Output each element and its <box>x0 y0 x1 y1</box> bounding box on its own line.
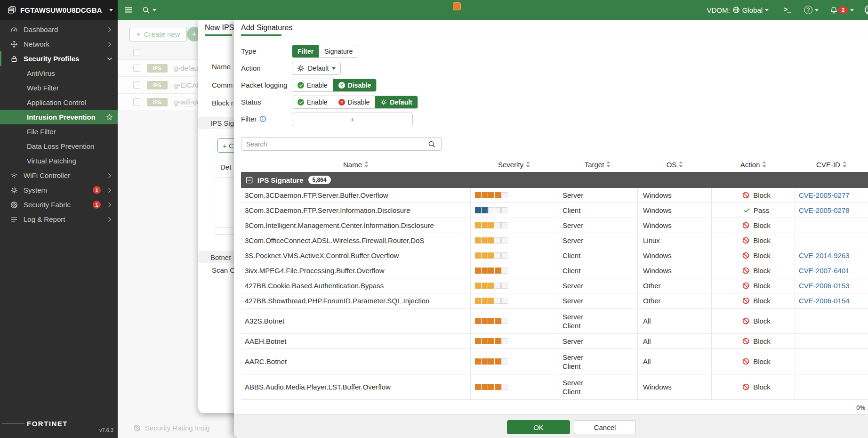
signature-name: 3Com.3CDaemon.FTP.Server.Information.Dis… <box>245 206 470 214</box>
hostname-label: FGTAWSUW0U8DCGBA <box>20 6 105 14</box>
table-row[interactable]: ABBS.Audio.Media.Player.LST.Buffer.Overf… <box>241 374 868 400</box>
column-header-cveid[interactable]: CVE-ID <box>795 161 868 169</box>
search-button[interactable] <box>422 137 442 151</box>
target-value: Client <box>563 266 637 275</box>
packet-logging-option-enable[interactable]: Enable <box>292 79 333 91</box>
sidebar-item-security-fabric[interactable]: Security Fabric1 <box>0 197 118 212</box>
info-icon[interactable] <box>259 115 266 122</box>
status-option-default[interactable]: Default <box>375 96 417 108</box>
chevron-down-icon <box>815 9 819 11</box>
severity-block <box>482 283 488 289</box>
notifications-menu[interactable]: 2 <box>830 6 854 14</box>
cell-name: A32S.Botnet <box>241 308 471 333</box>
sidebar-item-application-control[interactable]: Application Control <box>0 95 118 110</box>
severity-bar <box>475 222 557 228</box>
group-header-row[interactable]: IPS Signature 5,864 <box>241 172 868 188</box>
vdom-selector[interactable]: VDOM: Global <box>707 6 769 14</box>
cli-console-button[interactable]: >_ <box>784 6 791 14</box>
column-header-name[interactable]: Name <box>241 161 471 169</box>
cell-action: Block <box>712 188 795 203</box>
table-row[interactable]: A32S.BotnetServerClientAllBlock <box>241 308 868 334</box>
severity-block <box>475 192 481 198</box>
cell-target: Server <box>557 218 638 233</box>
cve-link[interactable]: CVE-2007-6401 <box>799 267 868 275</box>
cell-os: Windows <box>638 248 712 263</box>
sidebar-item-network[interactable]: Network <box>0 37 118 51</box>
cve-link[interactable]: CVE-2005-0278 <box>799 206 868 214</box>
column-header-os[interactable]: OS <box>638 161 712 169</box>
block-icon <box>742 221 750 229</box>
column-header-target[interactable]: Target <box>557 161 638 169</box>
severity-bar <box>475 252 557 259</box>
user-menu[interactable] <box>864 5 868 15</box>
severity-block <box>475 338 481 344</box>
table-row[interactable]: AAEH.BotnetServerAllBlock <box>241 334 868 349</box>
action-default-dropdown[interactable]: Default <box>292 62 341 75</box>
table-row[interactable]: 427BB.Cookie.Based.Authentication.Bypass… <box>241 278 868 293</box>
target-value: Server <box>563 191 637 200</box>
ok-button[interactable]: OK <box>507 420 570 434</box>
severity-block <box>475 318 481 324</box>
cell-cve <box>795 308 868 333</box>
severity-block <box>501 237 507 243</box>
column-header-action[interactable]: Action <box>712 161 795 169</box>
sidebar-item-antivirus[interactable]: AntiVirus <box>0 66 118 81</box>
column-header-severity[interactable]: Severity <box>471 161 557 169</box>
cve-link[interactable]: CVE-2005-0277 <box>799 191 868 199</box>
sidebar-item-data-loss-prevention[interactable]: Data Loss Prevention <box>0 139 118 154</box>
cve-link[interactable]: CVE-2006-0153 <box>799 282 868 290</box>
search-input[interactable] <box>241 137 422 151</box>
cell-action: Block <box>712 349 795 374</box>
cell-name: 3Com.3CDaemon.FTP.Server.Information.Dis… <box>241 203 471 218</box>
table-row[interactable]: AARC.BotnetServerClientAllBlock <box>241 349 868 374</box>
target-value: Server <box>563 296 637 305</box>
divider <box>234 38 868 38</box>
severity-bar <box>475 384 557 390</box>
sidebar-item-log-report[interactable]: Log & Report <box>0 212 118 227</box>
tab-add-signatures[interactable]: Add Signatures <box>241 24 292 32</box>
filter-add-box[interactable]: + <box>292 113 413 126</box>
cancel-button[interactable]: Cancel <box>574 420 636 434</box>
status-option-label: Disable <box>348 98 370 106</box>
table-row[interactable]: 3ivx.MPEG4.File.Processing.Buffer.Overfl… <box>241 263 868 278</box>
alert-flag-icon[interactable] <box>453 2 461 10</box>
severity-block <box>501 318 507 324</box>
table-row[interactable]: 427BB.Showthread.PHP.ForumID.Parameter.S… <box>241 293 868 308</box>
sidebar-item-dashboard[interactable]: Dashboard <box>0 22 118 37</box>
sidebar-item-intrusion-prevention[interactable]: Intrusion Prevention <box>0 110 118 124</box>
severity-bar <box>475 237 557 243</box>
sidebar-item-file-filter[interactable]: File Filter <box>0 124 118 139</box>
cell-action: Block <box>712 278 795 293</box>
sidebar-item-wifi-controller[interactable]: WiFi Controller <box>0 168 118 183</box>
status-option-disable[interactable]: Disable <box>333 96 375 108</box>
status-option-enable[interactable]: Enable <box>292 96 333 108</box>
top-header-bar: FGTAWSUW0U8DCGBA VDOM: Global >_ ? <box>0 0 868 20</box>
cve-link[interactable]: CVE-2014-9263 <box>799 251 868 260</box>
sidebar-item-system[interactable]: System1 <box>0 183 118 197</box>
search-chevron-icon[interactable] <box>153 9 156 11</box>
signature-name: 3Com.3CDaemon.FTP.Server.Buffer.Overflow <box>245 191 470 199</box>
sidebar-item-security-profiles[interactable]: Security Profiles <box>0 51 118 66</box>
add-signatures-modal: Add Signatures Type FilterSignature Acti… <box>234 20 868 438</box>
cell-os: Windows <box>638 374 712 399</box>
table-row[interactable]: 3Com.3CDaemon.FTP.Server.Buffer.Overflow… <box>241 188 868 203</box>
table-row[interactable]: 3S.Pocknet.VMS.ActiveX.Control.Buffer.Ov… <box>241 248 868 263</box>
cve-link[interactable]: CVE-2006-0154 <box>799 297 868 305</box>
cell-os: Windows <box>638 263 712 278</box>
sidebar-item-web-filter[interactable]: Web Filter <box>0 81 118 95</box>
os-value: All <box>643 316 711 325</box>
hamburger-menu-icon[interactable] <box>124 6 133 14</box>
target-value: Client <box>563 206 637 215</box>
packet-logging-option-disable[interactable]: Disable <box>333 79 377 91</box>
collapse-icon[interactable] <box>246 177 253 184</box>
search-icon[interactable] <box>142 6 150 14</box>
type-option-signature[interactable]: Signature <box>319 45 358 57</box>
type-option-filter[interactable]: Filter <box>292 45 319 57</box>
table-row[interactable]: 3Com.OfficeConnect.ADSL.Wireless.Firewal… <box>241 233 868 248</box>
table-row[interactable]: 3Com.Intelligent.Management.Center.Infor… <box>241 218 868 233</box>
os-value: Windows <box>643 266 711 275</box>
sidebar-item-virtual-patching[interactable]: Virtual Patching <box>0 154 118 168</box>
hostname-selector[interactable]: FGTAWSUW0U8DCGBA <box>0 0 118 20</box>
table-row[interactable]: 3Com.3CDaemon.FTP.Server.Information.Dis… <box>241 203 868 218</box>
help-menu[interactable]: ? <box>804 6 819 14</box>
